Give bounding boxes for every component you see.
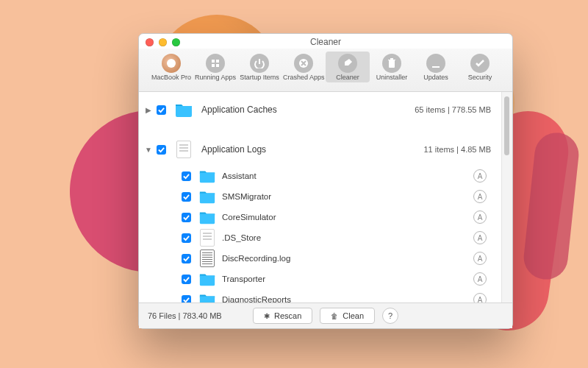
item-name: Assistant xyxy=(222,171,473,180)
list-item[interactable]: SMSMigratorA xyxy=(139,186,501,207)
group-name: Application Logs xyxy=(201,144,423,155)
log-icon xyxy=(198,251,216,266)
apps-icon xyxy=(206,54,225,73)
group-meta: 65 items | 778.55 MB xyxy=(415,105,491,114)
checkbox[interactable] xyxy=(182,254,191,263)
folder-blue xyxy=(198,169,216,183)
window-title: Cleaner xyxy=(310,37,341,47)
group-row[interactable]: ▶Application Caches65 items | 778.55 MB xyxy=(139,95,501,121)
toolbar-item-running-apps[interactable]: Running Apps xyxy=(193,52,237,82)
toolbar-label: Updates xyxy=(415,74,456,81)
toolbar-item-cleaner[interactable]: Cleaner xyxy=(326,52,370,82)
toolbar-label: Crashed Apps xyxy=(283,74,324,81)
list-item[interactable]: CoreSimulatorA xyxy=(139,207,501,227)
toolbar-item-crashed-apps[interactable]: Crashed Apps xyxy=(282,52,326,82)
footer-bar: 76 Files | 783.40 MB ✱ Rescan 🗑 Clean ? xyxy=(139,302,512,328)
item-name: CoreSimulator xyxy=(222,213,473,222)
toolbar-item-uninstaller[interactable]: Uninstaller xyxy=(370,52,414,82)
folder-blue xyxy=(198,272,216,286)
doc-icon xyxy=(173,141,194,158)
info-badge-icon[interactable]: A xyxy=(473,272,487,286)
info-badge-icon[interactable]: A xyxy=(473,190,487,203)
help-button[interactable]: ? xyxy=(382,308,398,324)
toolbar-label: Running Apps xyxy=(195,74,236,81)
scrollbar-thumb[interactable] xyxy=(504,96,509,155)
info-badge-icon[interactable]: A xyxy=(473,169,487,183)
file-icon xyxy=(198,230,216,245)
folder-blue xyxy=(198,292,216,302)
power-icon xyxy=(250,54,269,73)
minimize-icon[interactable] xyxy=(159,38,167,46)
file-list[interactable]: ▶Application Caches65 items | 778.55 MB▼… xyxy=(139,92,501,302)
checkbox[interactable] xyxy=(182,213,191,222)
checkbox[interactable] xyxy=(182,233,191,243)
help-label: ? xyxy=(388,311,392,320)
crashed-icon xyxy=(294,54,313,73)
toolbar-item-startup-items[interactable]: Startup Items xyxy=(237,52,282,82)
list-item[interactable]: TransporterA xyxy=(139,269,501,289)
log-icon xyxy=(200,250,215,267)
folder-blue xyxy=(173,101,194,118)
list-item[interactable]: DiscRecording.logA xyxy=(139,248,501,269)
clean-label: Clean xyxy=(343,311,364,320)
scrollbar-track[interactable] xyxy=(501,92,512,302)
item-name: DiagnosticReports xyxy=(222,295,473,302)
rescan-label: Rescan xyxy=(274,311,301,320)
group-row[interactable]: ▼Application Logs11 items | 4.85 MB xyxy=(139,135,501,161)
checkbox[interactable] xyxy=(182,275,191,284)
zoom-icon[interactable] xyxy=(172,38,180,46)
clean-button[interactable]: 🗑 Clean xyxy=(320,308,375,324)
document-icon xyxy=(176,141,191,158)
status-text: 76 Files | 783.40 MB xyxy=(148,311,222,320)
rescan-button[interactable]: ✱ Rescan xyxy=(253,308,312,324)
list-item[interactable]: DiagnosticReportsA xyxy=(139,289,501,302)
item-name: .DS_Store xyxy=(222,233,473,242)
broom-icon xyxy=(338,54,357,73)
checkbox[interactable] xyxy=(182,171,191,181)
toolbar: MacBook ProRunning AppsStartup ItemsCras… xyxy=(139,49,512,92)
app-window: Cleaner MacBook ProRunning AppsStartup I… xyxy=(138,33,513,329)
info-badge-icon[interactable]: A xyxy=(473,252,487,265)
toolbar-label: MacBook Pro xyxy=(151,74,192,81)
file-icon xyxy=(200,229,215,247)
device-icon xyxy=(162,54,181,73)
checkbox[interactable] xyxy=(182,295,191,303)
info-badge-icon[interactable]: A xyxy=(473,293,487,302)
content-area: ▶Application Caches65 items | 778.55 MB▼… xyxy=(139,92,512,302)
trash-icon xyxy=(382,54,401,73)
svg-point-0 xyxy=(167,59,176,68)
titlebar: Cleaner xyxy=(139,34,512,49)
toolbar-item-macbook-pro[interactable]: MacBook Pro xyxy=(149,52,193,82)
toolbar-label: Cleaner xyxy=(327,74,368,81)
folder-blue xyxy=(198,189,216,204)
close-icon[interactable] xyxy=(146,38,154,46)
checkbox[interactable] xyxy=(157,145,166,155)
item-name: Transporter xyxy=(222,275,473,283)
checkbox[interactable] xyxy=(182,192,191,202)
toolbar-item-updates[interactable]: Updates xyxy=(414,52,458,82)
toolbar-label: Uninstaller xyxy=(371,74,412,81)
item-name: SMSMigrator xyxy=(222,192,473,201)
toolbar-item-security[interactable]: Security xyxy=(458,52,502,82)
trash-icon: 🗑 xyxy=(331,312,338,320)
folder-blue xyxy=(198,210,216,224)
check-icon xyxy=(470,54,490,73)
download-icon xyxy=(426,54,445,73)
list-item[interactable]: .DS_StoreA xyxy=(139,227,501,248)
info-badge-icon[interactable]: A xyxy=(473,231,487,244)
list-item[interactable]: AssistantA xyxy=(139,166,501,186)
disclosure-right-icon[interactable]: ▶ xyxy=(145,106,152,114)
toolbar-label: Startup Items xyxy=(239,74,280,81)
refresh-icon: ✱ xyxy=(264,312,270,320)
info-badge-icon[interactable]: A xyxy=(473,210,487,224)
toolbar-label: Security xyxy=(459,74,501,81)
item-name: DiscRecording.log xyxy=(222,254,473,263)
disclosure-down-icon[interactable]: ▼ xyxy=(145,146,152,154)
group-meta: 11 items | 4.85 MB xyxy=(423,145,491,154)
checkbox[interactable] xyxy=(157,105,166,115)
group-name: Application Caches xyxy=(201,105,415,115)
